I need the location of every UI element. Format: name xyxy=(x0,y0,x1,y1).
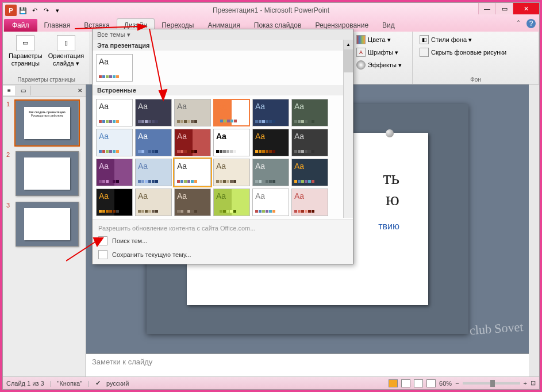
fonts-icon: A xyxy=(356,48,366,57)
theme-thumbnail[interactable]: Aa xyxy=(252,99,289,126)
group-background: ◧Стили фона ▾ Скрыть фоновые рисунки Фон xyxy=(413,32,539,84)
gallery-grid-this: Aa xyxy=(93,51,353,85)
theme-thumbnail[interactable]: Aa xyxy=(174,129,211,156)
close-button[interactable]: ✕ xyxy=(513,3,539,14)
theme-thumbnail[interactable]: Aa xyxy=(213,189,250,216)
fonts-button[interactable]: AШрифты ▾ xyxy=(354,47,408,58)
gallery-browse-themes[interactable]: Поиск тем... xyxy=(93,234,353,248)
theme-sample-text: Aa xyxy=(99,102,130,111)
zoom-level[interactable]: 60% xyxy=(439,380,452,387)
theme-thumbnail[interactable]: Aa xyxy=(213,129,250,156)
theme-thumbnail[interactable]: Aa xyxy=(252,159,289,186)
minimize-button[interactable]: — xyxy=(478,3,495,14)
theme-color-swatches xyxy=(216,150,247,153)
theme-color-swatches xyxy=(216,180,247,183)
normal-view-button[interactable] xyxy=(389,379,398,387)
zoom-slider[interactable] xyxy=(463,382,520,385)
panel-close-button[interactable]: ✕ xyxy=(74,87,86,94)
theme-color-swatches xyxy=(294,210,325,213)
hide-bg-graphics-checkbox[interactable]: Скрыть фоновые рисунки xyxy=(417,47,534,58)
sorter-view-button[interactable] xyxy=(401,379,410,387)
theme-color-swatches xyxy=(255,150,286,153)
theme-thumbnail[interactable]: Aa xyxy=(174,159,211,186)
redo-icon[interactable]: ↷ xyxy=(41,5,51,16)
theme-thumbnail[interactable]: Aa xyxy=(174,99,211,126)
status-language[interactable]: русский xyxy=(106,380,129,387)
window-title: Презентация1 - Microsoft PowerPoint xyxy=(3,6,539,14)
panel-tab-slides[interactable]: ≡ xyxy=(3,86,16,95)
gallery-section-this: Эта презентация xyxy=(93,40,353,51)
qat-more-icon[interactable]: ▾ xyxy=(52,5,63,16)
save-icon[interactable]: 💾 xyxy=(18,5,28,16)
slide-thumbnails: 1 Как создать презентациюРуководство к д… xyxy=(3,97,86,376)
tab-home[interactable]: Главная xyxy=(37,19,78,32)
theme-sample-text: Aa xyxy=(294,191,325,201)
slide-thumb-1[interactable]: Как создать презентациюРуководство к дей… xyxy=(16,101,79,145)
reading-view-button[interactable] xyxy=(414,379,423,387)
save-theme-icon xyxy=(98,250,107,259)
gallery-save-theme[interactable]: Сохранить текущую тему... xyxy=(93,248,353,262)
ribbon-minimize-icon[interactable]: ˄ xyxy=(514,19,523,28)
theme-color-swatches xyxy=(99,180,130,183)
theme-thumbnail[interactable]: Aa xyxy=(213,99,250,126)
slide-orientation-button[interactable]: ▯ Ориентация слайда ▾ xyxy=(47,34,85,68)
theme-color-swatches xyxy=(294,150,325,153)
theme-thumbnail[interactable]: Aa xyxy=(135,99,172,126)
theme-thumbnail[interactable]: Aa xyxy=(96,99,133,126)
theme-thumbnail[interactable]: Aa xyxy=(96,54,133,82)
slide-panel: ≡ ▭ ✕ 1 Как создать презентациюРуководст… xyxy=(3,84,86,376)
theme-thumbnail[interactable]: Aa xyxy=(291,159,328,186)
effects-button[interactable]: Эффекты ▾ xyxy=(354,59,408,71)
vertical-scrollbar[interactable] xyxy=(529,84,539,376)
status-slide-count: Слайд 1 из 3 xyxy=(6,380,44,387)
theme-color-swatches xyxy=(294,180,325,183)
theme-thumbnail[interactable]: Aa xyxy=(96,129,133,156)
theme-sample-text: Aa xyxy=(294,132,325,141)
scroll-thumb[interactable] xyxy=(344,49,353,72)
theme-thumbnail[interactable]: Aa xyxy=(96,159,133,186)
gallery-section-builtin: Встроенные xyxy=(93,85,353,95)
thumb-number: 2 xyxy=(6,151,12,196)
slideshow-view-button[interactable] xyxy=(426,379,436,387)
tab-view[interactable]: Вид xyxy=(375,19,402,32)
theme-thumbnail[interactable]: Aa xyxy=(135,159,172,186)
fit-to-window-button[interactable]: ⊡ xyxy=(531,379,536,387)
slide-thumb-3[interactable] xyxy=(16,202,79,247)
maximize-button[interactable]: ▭ xyxy=(495,3,513,14)
tab-file[interactable]: Файл xyxy=(4,19,37,32)
theme-sample-text: Aa xyxy=(255,162,286,171)
page-setup-button[interactable]: ▭ Параметры страницы xyxy=(7,34,44,68)
quick-access-toolbar: P 💾 ↶ ↷ ▾ xyxy=(3,5,63,16)
theme-sample-text: Aa xyxy=(294,162,325,171)
panel-tab-outline[interactable]: ▭ xyxy=(16,86,31,95)
background-styles-button[interactable]: ◧Стили фона ▾ xyxy=(417,34,534,45)
help-icon[interactable]: ? xyxy=(526,19,536,28)
scroll-up-icon[interactable]: ▲ xyxy=(344,40,353,49)
theme-sample-text: Aa xyxy=(255,132,286,141)
theme-thumbnail[interactable]: Aa xyxy=(291,99,328,126)
zoom-in-button[interactable]: + xyxy=(524,380,527,387)
theme-thumbnail[interactable]: Aa xyxy=(252,129,289,156)
app-icon[interactable]: P xyxy=(5,5,17,16)
gallery-scrollbar[interactable]: ▲ xyxy=(343,40,353,218)
gallery-header[interactable]: Все темы ▾ xyxy=(93,29,353,40)
theme-thumbnail[interactable]: Aa xyxy=(291,189,328,216)
spellcheck-icon[interactable]: ✔ xyxy=(95,379,101,387)
theme-thumbnail[interactable]: Aa xyxy=(174,189,211,216)
theme-sample-text: Aa xyxy=(177,191,208,201)
theme-color-swatches xyxy=(217,120,247,123)
theme-thumbnail[interactable]: Aa xyxy=(291,129,328,156)
notes-pane[interactable]: Заметки к слайду xyxy=(86,353,529,376)
theme-thumbnail[interactable]: Aa xyxy=(135,189,172,216)
colors-button[interactable]: Цвета ▾ xyxy=(354,34,408,45)
gallery-office-update[interactable]: Разрешить обновление контента с сайта Of… xyxy=(93,222,353,234)
zoom-out-button[interactable]: − xyxy=(455,380,459,387)
theme-thumbnail[interactable]: Aa xyxy=(252,189,289,216)
theme-thumbnail[interactable]: Aa xyxy=(135,129,172,156)
bg-styles-icon: ◧ xyxy=(420,35,429,44)
theme-sample-text: Aa xyxy=(138,132,169,141)
theme-thumbnail[interactable]: Aa xyxy=(96,189,133,216)
theme-thumbnail[interactable]: Aa xyxy=(213,159,250,186)
slide-thumb-2[interactable] xyxy=(16,151,79,196)
undo-icon[interactable]: ↶ xyxy=(29,5,40,16)
